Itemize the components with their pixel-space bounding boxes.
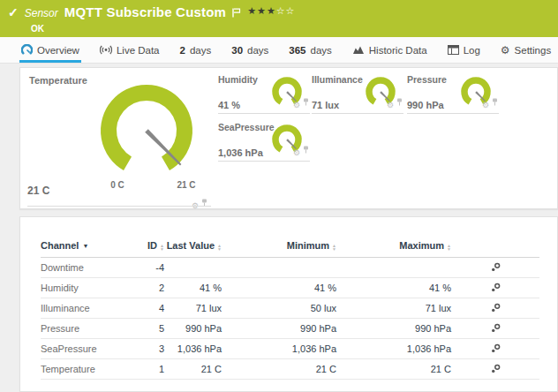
gauge-scale-max: 21 C (169, 180, 204, 190)
tab-label: days (190, 45, 211, 56)
tab-label: Overview (37, 45, 79, 56)
channel-name: Illuminance (41, 298, 124, 319)
table-row-seapressure: SeaPressure 3 1,036 hPa 1,036 hPa 1,036 … (41, 339, 539, 359)
gauge-pin-icon[interactable] (492, 94, 498, 109)
col-header-last-value[interactable]: Last Value▲▼ (164, 238, 222, 258)
last-value: 1,036 hPa (164, 339, 222, 359)
tab-day-count: 2 (180, 45, 185, 56)
sort-icon: ▲▼ (160, 244, 164, 251)
tab-settings[interactable]: ⚙ Settings (499, 37, 553, 63)
gauge-cell-pressure: Pressure 990 hPa ⚙ (407, 73, 499, 114)
maximum-value: 41 % (336, 278, 451, 298)
tab-30-days[interactable]: 30 days (230, 37, 270, 63)
last-value: 71 lux (164, 298, 222, 319)
gauges-panel: Temperature 0 C 21 C 21 C ⚙ Humidity 41 … (19, 67, 558, 209)
table-row-illuminance: Illuminance 4 71 lux 50 lux 71 lux (41, 298, 539, 319)
maximum-value: 990 hPa (336, 319, 451, 339)
gauge-name: Pressure (407, 74, 447, 85)
gauge-icon (21, 44, 33, 56)
channel-name: Downtime (41, 258, 124, 278)
log-table-icon (448, 45, 459, 55)
sort-icon: ▲▼ (447, 244, 451, 251)
channel-name: Temperature (41, 359, 124, 380)
sensor-header: ✓ Sensor MQTT Subscribe Custom ★★★☆☆ OK (0, 0, 558, 37)
gauge-value: 1,036 hPa (218, 147, 263, 158)
tab-label: Live Data (117, 45, 160, 56)
historic-chart-icon (352, 45, 365, 55)
gauge-name: Illuminance (312, 74, 363, 85)
gauge-value: 71 lux (312, 100, 339, 110)
channel-id: 1 (124, 359, 164, 380)
tab-label: days (247, 45, 268, 56)
gauge-cell-seapressure: SeaPressure 1,036 hPa ⚙ (218, 121, 310, 162)
minimum-value: 50 lux (222, 298, 336, 319)
edit-channel-wrench-icon[interactable] (491, 344, 501, 355)
sort-desc-icon: ▼ (82, 243, 88, 249)
gauge-gear-icon[interactable]: ⚙ (293, 102, 300, 109)
gauge-name: SeaPressure (218, 122, 275, 132)
maximum-value: 71 lux (336, 298, 451, 319)
channel-name: Pressure (41, 319, 124, 339)
tab-log[interactable]: Log (446, 37, 482, 63)
tab-2-days[interactable]: 2 days (178, 37, 214, 63)
maximum-value: 21 C (336, 359, 451, 380)
edit-channel-wrench-icon[interactable] (491, 283, 501, 294)
tab-bar: Overview Live Data 2 days 30 days 365 da… (0, 37, 558, 64)
gear-icon: ⚙ (501, 45, 510, 56)
gauge-cell-illuminance: Illuminance 71 lux ⚙ (312, 73, 403, 114)
col-header-minimum[interactable]: Minimum▲▼ (222, 238, 336, 258)
edit-channel-wrench-icon[interactable] (491, 304, 501, 314)
table-header-row: Channel▼ ID▲▼ Last Value▲▼ Minimum▲▼ Max… (41, 238, 539, 258)
table-row-downtime: Downtime -4 (41, 258, 539, 278)
tab-day-count: 365 (289, 45, 305, 56)
tab-365-days[interactable]: 365 days (287, 37, 333, 63)
tab-label: days (311, 45, 332, 56)
col-header-channel[interactable]: Channel▼ (41, 238, 124, 258)
sensor-title: MQTT Subscribe Custom (64, 4, 226, 19)
tab-live-data[interactable]: Live Data (98, 37, 162, 63)
edit-channel-wrench-icon[interactable] (491, 365, 501, 375)
minimum-value: 21 C (222, 359, 336, 380)
object-kind-label: Sensor (25, 7, 58, 19)
primary-gauge-value: 21 C (27, 185, 49, 197)
tab-overview[interactable]: Overview (19, 37, 81, 63)
gauge-gear-icon[interactable]: ⚙ (387, 102, 394, 109)
col-header-id[interactable]: ID▲▼ (124, 238, 164, 258)
gauge-pin-icon[interactable] (201, 194, 207, 210)
table-row-temperature: Temperature 1 21 C 21 C 21 C (41, 359, 539, 380)
col-label: Minimum (287, 240, 329, 251)
channel-id: 5 (124, 319, 164, 339)
gauge-value: 990 hPa (407, 100, 444, 110)
gauge-scale-min: 0 C (104, 180, 131, 190)
live-data-icon (100, 45, 112, 55)
channel-id: 2 (124, 278, 164, 298)
temperature-gauge (94, 78, 200, 187)
col-label: Maximum (399, 240, 444, 251)
sort-icon: ▲▼ (332, 244, 336, 251)
tab-historic-data[interactable]: Historic Data (351, 37, 429, 63)
priority-flag-icon[interactable] (232, 5, 241, 21)
col-header-tools (451, 238, 539, 258)
primary-gauge-name: Temperature (29, 75, 87, 86)
channel-id: -4 (124, 258, 164, 278)
last-value: 21 C (164, 359, 222, 380)
gauge-pin-icon[interactable] (303, 141, 309, 157)
status-ok-check-icon: ✓ (8, 7, 19, 18)
maximum-value: 1,036 hPa (336, 339, 451, 359)
channel-table: Channel▼ ID▲▼ Last Value▲▼ Minimum▲▼ Max… (41, 238, 539, 380)
channel-name: Humidity (41, 278, 124, 298)
table-row-pressure: Pressure 5 990 hPa 990 hPa 990 hPa (41, 319, 539, 339)
priority-stars[interactable]: ★★★☆☆ (247, 5, 295, 17)
channel-id: 4 (124, 298, 164, 319)
gauge-gear-icon[interactable]: ⚙ (293, 149, 300, 157)
gauge-pin-icon[interactable] (396, 94, 403, 109)
edit-channel-wrench-icon[interactable] (491, 324, 501, 335)
gauge-pin-icon[interactable] (303, 94, 309, 109)
col-header-maximum[interactable]: Maximum▲▼ (336, 238, 451, 258)
edit-channel-wrench-icon[interactable] (491, 263, 501, 274)
gauge-gear-icon[interactable]: ⚙ (482, 102, 489, 109)
divider (27, 206, 211, 207)
tab-label: Historic Data (369, 45, 427, 56)
stars-empty: ☆☆ (276, 5, 296, 16)
sort-icon: ▲▼ (217, 244, 222, 251)
